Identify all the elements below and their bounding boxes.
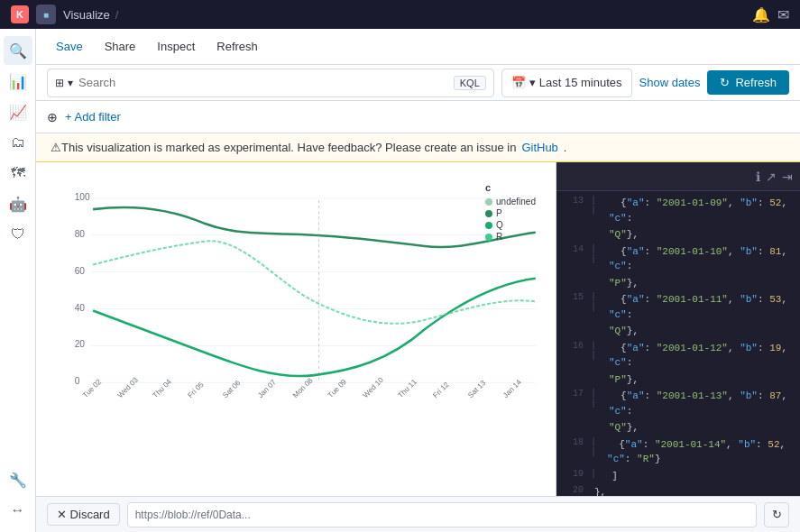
legend-item-undefined: undefined	[485, 197, 536, 206]
legend-dot-undefined	[485, 198, 492, 206]
code-line-15b: "Q"},	[556, 323, 800, 340]
refresh-button[interactable]: ↻ Refresh	[707, 70, 789, 95]
editor-expand-button[interactable]: ⇥	[782, 170, 793, 184]
sidebar-item-dashboard[interactable]: 📈	[4, 97, 32, 126]
svg-text:Tue 09: Tue 09	[326, 378, 348, 399]
code-line-14b: "P"},	[556, 275, 800, 292]
show-dates-button[interactable]: Show dates	[639, 76, 701, 89]
legend-title: c	[485, 182, 536, 193]
time-label: Last 15 minutes	[539, 76, 622, 89]
sidebar-item-maps[interactable]: 🗺	[4, 159, 32, 188]
inspect-button[interactable]: Inspect	[148, 36, 204, 57]
legend-label-p: P	[496, 208, 502, 218]
svg-text:Wed 10: Wed 10	[362, 376, 385, 399]
legend-dot-q	[485, 222, 492, 229]
viz-content: 100 80 60 40 20 0	[36, 162, 800, 496]
time-selector[interactable]: 📅 ▾ Last 15 minutes	[501, 69, 632, 97]
kql-badge[interactable]: KQL	[454, 76, 486, 90]
svg-text:Mon 08: Mon 08	[291, 376, 315, 399]
search-type-icon: ⊞	[55, 77, 64, 89]
search-input[interactable]	[78, 76, 448, 89]
app-logo: K	[11, 5, 29, 23]
legend-dot-p	[485, 210, 492, 217]
editor-info-button[interactable]: ℹ	[756, 170, 760, 184]
sidebar-item-management[interactable]: 🔧	[4, 465, 32, 494]
warning-text: ⚠This visualization is marked as experim…	[51, 141, 516, 154]
svg-text:60: 60	[75, 266, 86, 276]
discard-button[interactable]: ✕ Discard	[47, 503, 120, 526]
breadcrumb: Visualize /	[63, 8, 124, 22]
legend-dot-r	[485, 234, 492, 241]
app-layout: K ■ Visualize / 🔔 ✉ 🔍 📊 📈 🗂 🗺 🤖 🛡 🔧 ↔	[0, 0, 800, 532]
search-bar: ⊞ ▾ KQL 📅 ▾ Last 15 minutes Show dates ↻…	[36, 65, 800, 101]
chart-container: 100 80 60 40 20 0	[47, 173, 545, 485]
sidebar-item-canvas[interactable]: 🗂	[4, 128, 32, 157]
code-line-17b: "Q"},	[556, 419, 800, 436]
sidebar-item-discover[interactable]: 🔍	[4, 36, 32, 65]
refresh-nav-button[interactable]: Refresh	[207, 36, 267, 57]
legend-item-p: P	[485, 208, 536, 218]
legend-label-undefined: undefined	[496, 197, 536, 206]
legend-item-q: Q	[485, 220, 536, 230]
legend-label-r: R	[496, 232, 502, 242]
sidebar-item-collapse[interactable]: ↔	[4, 496, 32, 525]
chart-legend: c undefined P Q	[485, 182, 536, 243]
code-line-19: 19 | ]	[556, 468, 800, 485]
sidebar-item-ml[interactable]: 🤖	[4, 189, 32, 218]
github-link[interactable]: GitHub	[521, 141, 557, 154]
code-line-17: 17 | | {"a": "2001-01-13", "b": 87, "c":	[556, 388, 800, 419]
svg-text:Sat 13: Sat 13	[466, 379, 487, 399]
top-bar: K ■ Visualize / 🔔 ✉	[0, 0, 800, 29]
reload-icon: ↻	[772, 508, 782, 521]
code-line-18: 18 | | {"a": "2001-01-14", "b": 52, "c":…	[556, 436, 800, 468]
editor-toolbar: ℹ ↗ ⇥	[556, 162, 800, 191]
mail-button[interactable]: ✉	[777, 6, 789, 23]
url-input[interactable]	[127, 502, 757, 527]
svg-text:20: 20	[75, 339, 86, 349]
svg-text:Fri 12: Fri 12	[431, 381, 450, 399]
svg-text:Wed 03: Wed 03	[116, 376, 140, 399]
search-type-button[interactable]: ⊞ ▾	[55, 77, 73, 89]
calendar-icon: 📅	[511, 76, 526, 89]
main-panel: Save Share Inspect Refresh ⊞ ▾ KQL 📅 ▾	[36, 29, 800, 532]
legend-item-r: R	[485, 232, 536, 242]
line-chart: 100 80 60 40 20 0	[47, 173, 545, 485]
nav-bar: Save Share Inspect Refresh	[36, 29, 800, 65]
sidebar-item-security[interactable]: 🛡	[4, 220, 32, 249]
chart-area: 100 80 60 40 20 0	[36, 162, 556, 496]
code-line-16: 16 | | {"a": "2001-01-12", "b": 19, "c":	[556, 340, 800, 371]
search-controls: ⊞ ▾ KQL	[47, 69, 494, 97]
filter-icon: ⊕	[47, 110, 58, 124]
svg-text:Fri 05: Fri 05	[187, 381, 206, 399]
legend-label-q: Q	[496, 220, 503, 230]
search-type-chevron: ▾	[68, 77, 73, 89]
sidebar: 🔍 📊 📈 🗂 🗺 🤖 🛡 🔧 ↔	[0, 29, 36, 532]
top-bar-actions: 🔔 ✉	[752, 6, 789, 23]
reload-button[interactable]: ↻	[764, 502, 789, 527]
code-editor: ℹ ↗ ⇥ 13 | | {"a": "2001-01-09", "b": 52…	[556, 162, 800, 496]
svg-text:Sat 06: Sat 06	[221, 379, 242, 399]
breadcrumb-visualize[interactable]: Visualize	[63, 8, 110, 22]
sidebar-item-visualize[interactable]: 📊	[4, 67, 32, 96]
code-line-16b: "P"},	[556, 371, 800, 389]
body-layout: 🔍 📊 📈 🗂 🗺 🤖 🛡 🔧 ↔ Save Share Inspect Ref…	[0, 29, 800, 532]
code-line-20: 20 },	[556, 484, 800, 496]
svg-text:Tue 02: Tue 02	[81, 378, 103, 399]
share-button[interactable]: Share	[96, 36, 145, 57]
warning-bar: ⚠This visualization is marked as experim…	[36, 133, 800, 162]
save-button[interactable]: Save	[47, 36, 92, 57]
filter-bar: ⊕ + Add filter	[36, 101, 800, 133]
editor-content[interactable]: 13 | | {"a": "2001-01-09", "b": 52, "c":…	[556, 191, 800, 496]
svg-text:Jan 14: Jan 14	[501, 378, 523, 399]
add-filter-button[interactable]: + Add filter	[65, 110, 121, 124]
svg-text:Thu 11: Thu 11	[397, 377, 419, 399]
code-line-13: 13 | | {"a": "2001-01-09", "b": 52, "c":	[556, 195, 800, 226]
svg-text:100: 100	[75, 192, 90, 202]
editor-share-button[interactable]: ↗	[766, 170, 777, 184]
svg-text:Jan 07: Jan 07	[256, 378, 278, 399]
code-line-14: 14 | | {"a": "2001-01-10", "b": 81, "c":	[556, 243, 800, 275]
notification-button[interactable]: 🔔	[752, 6, 770, 23]
svg-text:0: 0	[75, 376, 80, 386]
svg-text:40: 40	[75, 303, 86, 313]
refresh-label: Refresh	[735, 76, 777, 89]
